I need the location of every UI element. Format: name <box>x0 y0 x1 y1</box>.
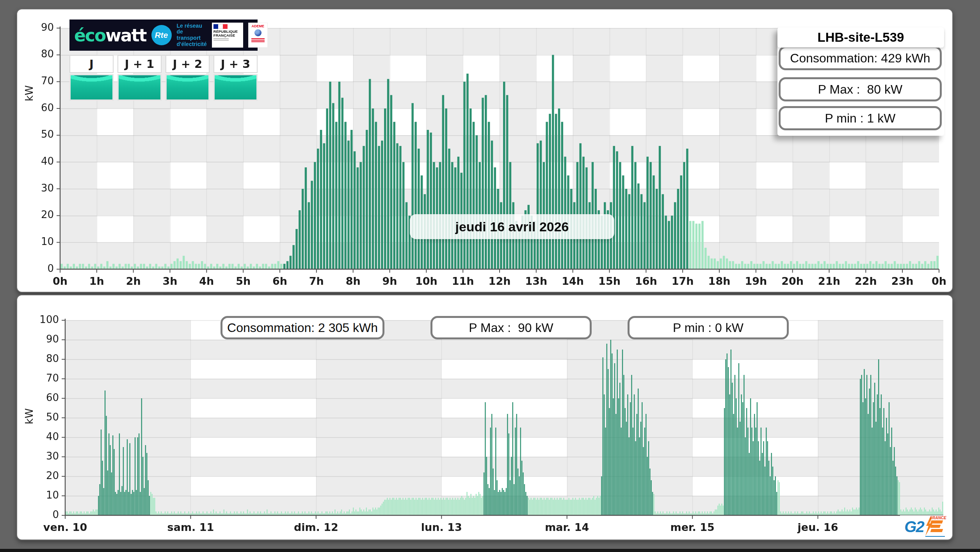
g2e-g2-text: G2 <box>904 519 923 534</box>
ademe-logo: ADEME <box>248 23 268 48</box>
day-button-j[interactable]: J <box>69 55 114 73</box>
g2e-france-logo: G2 FRANCE <box>900 515 950 538</box>
site-title: LHB-site-L539 <box>777 27 944 48</box>
ecowatt-watt-text: watt <box>105 25 146 45</box>
ecowatt-wordmark: écowatt <box>74 25 146 45</box>
g2e-france-text: FRANCE <box>930 516 946 520</box>
day-button-j3[interactable]: J + 3 <box>213 55 258 73</box>
ecowatt-eco-text: éco <box>74 25 105 45</box>
republique-francaise-logo: RÉPUBLIQUE FRANÇAISE <box>212 23 243 48</box>
rf-motto-lines <box>213 38 242 41</box>
ecowatt-forecast-tile-j1[interactable] <box>117 74 162 101</box>
daily-pmax-stat: P Max : 80 kW <box>779 77 942 101</box>
g2e-emblem: FRANCE <box>925 517 946 537</box>
ecowatt-forecast-tile-j[interactable] <box>69 74 114 101</box>
site-stats-card: LHB-site-L539 Consommation: 429 kWh P Ma… <box>777 27 944 136</box>
weekly-pmax-stat: P Max : 90 kW <box>430 316 592 339</box>
french-flag-icon <box>213 24 228 29</box>
daily-consumption-stat: Consommation: 429 kWh <box>779 46 942 70</box>
ademe-globe-icon <box>254 29 261 36</box>
g2e-e-glyph <box>931 520 943 533</box>
day-button-j2[interactable]: J + 2 <box>165 55 210 73</box>
ecowatt-energy-dashboard: { "top_panel": { "logo": { "brand_eco": … <box>0 0 980 552</box>
ecowatt-logo: écowatt Rte Le réseau de transport d'éle… <box>69 20 258 51</box>
day-button-j1[interactable]: J + 1 <box>117 55 162 73</box>
daily-pmin-stat: P min : 1 kW <box>779 106 942 130</box>
ademe-sub-lines <box>251 37 265 43</box>
weekly-pmin-stat: P min : 0 kW <box>628 316 789 339</box>
rte-tagline: Le réseau de transport d'électricité <box>177 23 207 48</box>
ecowatt-forecast-tile-j2[interactable] <box>165 74 210 101</box>
daily-chart-panel: écowatt Rte Le réseau de transport d'éle… <box>16 9 953 293</box>
ecowatt-forecast-tile-j3[interactable] <box>213 74 258 101</box>
weekly-chart-panel: Consommation: 2 305 kWh P Max : 90 kW P … <box>16 295 953 540</box>
date-label: jeudi 16 avril 2026 <box>410 214 614 239</box>
weekly-consumption-stat: Consommation: 2 305 kWh <box>221 316 384 339</box>
g2e-tagline-line <box>925 536 945 537</box>
rte-logo-icon: Rte <box>151 25 172 45</box>
